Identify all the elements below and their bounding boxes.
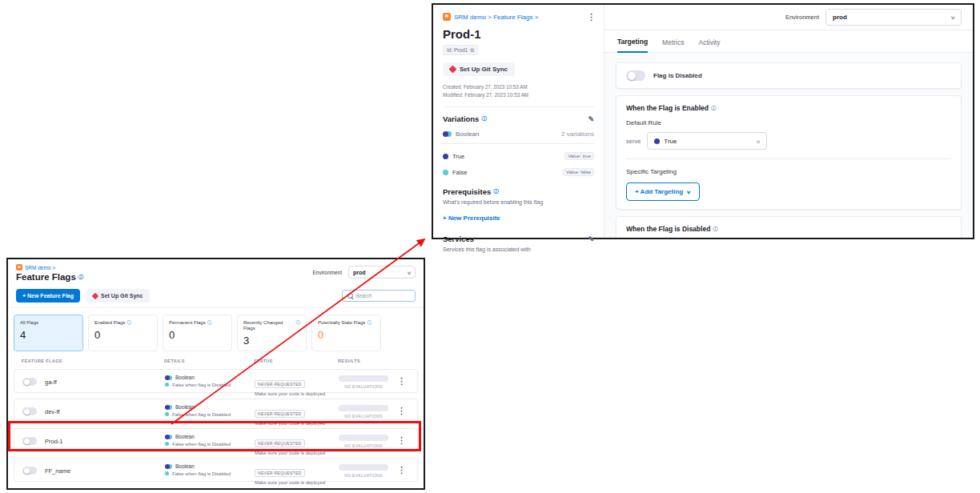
environment-select[interactable]: prod ∨: [348, 266, 416, 279]
flag-detail-panel: ⚑ SRM demo > Feature Flags > ⋮ Prod-1 Id…: [432, 3, 974, 239]
prerequisites-heading-row: Prerequisites ⓘ: [443, 187, 594, 196]
breadcrumb-text[interactable]: SRM demo > Feature Flags >: [454, 14, 538, 21]
environment-label: Environment: [785, 14, 819, 21]
boolean-type-icon: [165, 375, 172, 380]
info-icon[interactable]: ⓘ: [367, 320, 372, 326]
flag-name: FF_name: [45, 467, 70, 475]
table-row-dev-ff[interactable]: dev-ff Boolean False when flag is Disabl…: [14, 399, 418, 423]
environment-bar: Environment prod ∨: [604, 5, 973, 30]
edit-variations-icon[interactable]: ✎: [588, 115, 594, 123]
flag-menu-kebab-icon[interactable]: ⋮: [587, 13, 596, 22]
false-variation-dot-icon: [443, 170, 448, 175]
flag-results: NO EVALUATIONS: [339, 464, 388, 478]
stat-recently-changed-flags[interactable]: Recently Changed Flagsⓘ 3: [237, 315, 307, 351]
stat-value: 4: [20, 329, 77, 341]
row-menu-kebab-icon[interactable]: ⋮: [397, 466, 406, 475]
flag-toggle[interactable]: [22, 437, 37, 445]
false-variation-dot-icon: [165, 383, 169, 387]
flag-name: dev-ff: [45, 408, 60, 415]
new-prerequisite-link[interactable]: + New Prerequisite: [443, 214, 500, 222]
stat-permanent-flags[interactable]: Permanent Flagsⓘ 0: [163, 315, 232, 351]
variation-type-row: Boolean 2 variations: [443, 130, 594, 144]
flag-results: NO EVALUATIONS: [339, 375, 388, 389]
default-rule-select[interactable]: True ∨: [647, 132, 767, 150]
column-details: DETAILS: [164, 359, 185, 363]
git-sync-icon: [449, 66, 457, 74]
services-description: Services this flag is associated with: [443, 246, 594, 252]
flag-details: Boolean False when flag is Disabled: [165, 375, 231, 387]
prerequisites-info-icon[interactable]: ⓘ: [493, 188, 499, 195]
variations-info-icon[interactable]: ⓘ: [481, 115, 487, 122]
stat-enabled-flags[interactable]: Enabled Flagsⓘ 0: [88, 315, 158, 351]
info-icon[interactable]: ⓘ: [127, 320, 131, 326]
results-text: NO EVALUATIONS: [339, 414, 388, 419]
stat-value: 3: [243, 335, 300, 347]
tab-metrics[interactable]: Metrics: [662, 38, 684, 52]
flag-toggle[interactable]: [22, 407, 37, 415]
flag-toggle[interactable]: [22, 378, 37, 386]
set-up-git-sync-button[interactable]: Set Up Git Sync: [443, 62, 515, 76]
flag-id-text: Id: Prod1: [447, 47, 468, 53]
status-badge: NEVER-REQUESTED: [255, 380, 305, 388]
tab-targeting[interactable]: Targeting: [617, 38, 648, 53]
environment-select[interactable]: prod ∨: [825, 9, 962, 26]
new-feature-flag-button[interactable]: + New Feature Flag: [16, 289, 80, 303]
flag-toggle[interactable]: [22, 467, 37, 475]
table-row-ff-name[interactable]: FF_name Boolean False when flag is Disab…: [14, 458, 418, 482]
disabled-heading-row: When the Flag is Disabled ⓘ: [626, 225, 951, 233]
add-targeting-button[interactable]: + Add Targeting ∨: [626, 182, 700, 201]
prerequisites-heading: Prerequisites: [443, 187, 491, 196]
breadcrumb[interactable]: ⚑ SRM demo > Feature Flags >: [443, 13, 594, 21]
info-icon[interactable]: ⓘ: [296, 320, 301, 326]
flag-id-chip: Id: Prod1 ⧉: [443, 45, 478, 55]
row-menu-kebab-icon[interactable]: ⋮: [397, 436, 406, 445]
boolean-type-icon: [165, 435, 172, 439]
results-text: NO EVALUATIONS: [339, 384, 388, 389]
flag-status: NEVER-REQUESTED Make sure your code is d…: [255, 375, 325, 396]
boolean-type-icon: [165, 464, 172, 469]
copy-icon[interactable]: ⧉: [470, 47, 474, 54]
page-title: Feature Flags: [16, 272, 76, 282]
flag-state-card: Flag is Disabled: [616, 62, 962, 89]
stat-all-flags[interactable]: All Flags 4: [14, 315, 83, 351]
flag-details: Boolean False when flag is Disabled: [165, 434, 231, 447]
search-box[interactable]: [342, 290, 416, 302]
title-info-icon[interactable]: ⓘ: [78, 274, 84, 281]
table-row-ga-ff[interactable]: ga-ff Boolean False when flag is Disable…: [14, 369, 418, 393]
divider: [443, 106, 594, 107]
edit-services-icon[interactable]: ✎: [588, 235, 594, 243]
table-row-prod-1[interactable]: Prod-1 Boolean False when flag is Disabl…: [14, 428, 418, 452]
flag-detail-sidebar: ⚑ SRM demo > Feature Flags > ⋮ Prod-1 Id…: [433, 5, 604, 238]
default-rule-value: True: [664, 138, 677, 145]
services-heading: Services: [443, 234, 474, 243]
boolean-type-icon: [443, 131, 452, 137]
search-input[interactable]: [355, 293, 411, 299]
set-up-git-sync-button[interactable]: Set Up Git Sync: [86, 289, 150, 303]
disabled-rules-card: When the Flag is Disabled ⓘ serve False …: [616, 216, 962, 238]
search-icon: [347, 293, 353, 299]
flag-results: NO EVALUATIONS: [339, 435, 388, 448]
flag-status: NEVER-REQUESTED Make sure your code is d…: [255, 404, 325, 426]
false-variation-dot-icon: [165, 471, 169, 475]
default-rule-serve-row: serve True ∨: [626, 132, 951, 150]
variations-heading: Variations: [443, 114, 479, 123]
tab-activity[interactable]: Activity: [698, 38, 720, 52]
enabled-info-icon[interactable]: ⓘ: [711, 105, 717, 112]
git-sync-icon: [92, 292, 98, 299]
stats-row: All Flags 4 Enabled Flagsⓘ 0 Permanent F…: [8, 308, 424, 351]
row-menu-kebab-icon[interactable]: ⋮: [397, 377, 406, 386]
variation-type-label: Boolean: [456, 130, 479, 138]
stat-value: 0: [169, 329, 226, 341]
status-badge: NEVER-REQUESTED: [255, 469, 305, 477]
environment-value: prod: [833, 14, 847, 21]
disabled-info-icon[interactable]: ⓘ: [713, 226, 718, 233]
variations-heading-row: Variations ⓘ ✎: [443, 114, 594, 123]
flag-dates: Created: February 27, 2023 10:53 AM Modi…: [443, 83, 594, 99]
row-menu-kebab-icon[interactable]: ⋮: [397, 407, 406, 415]
info-icon[interactable]: ⓘ: [207, 320, 212, 326]
flag-enabled-toggle[interactable]: [626, 70, 645, 81]
breadcrumb-text[interactable]: SRM demo >: [25, 265, 55, 271]
stat-potentially-stale-flags[interactable]: Potentially Stale Flagsⓘ 0: [311, 315, 381, 351]
created-date: Created: February 27, 2023 10:53 AM: [443, 83, 594, 91]
feature-flags-module-icon: ⚑: [16, 264, 22, 271]
